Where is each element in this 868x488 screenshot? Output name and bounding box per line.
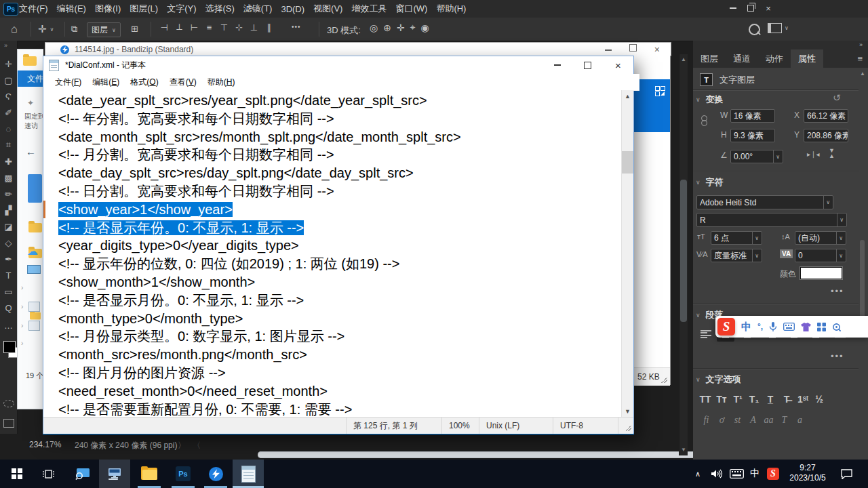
foreground-color-swatch[interactable]	[3, 341, 16, 353]
tools-more-icon[interactable]: …	[0, 317, 17, 333]
minimize-button[interactable]	[542, 56, 572, 74]
sogou-logo-icon[interactable]: S	[717, 318, 735, 336]
action-center-button[interactable]	[834, 460, 859, 488]
opentype-option-icon[interactable]: T	[776, 415, 792, 426]
tool-icon[interactable]: ◌	[0, 121, 17, 137]
tool-icon[interactable]: ▢	[0, 72, 17, 88]
menu-item[interactable]: 图像(I)	[95, 3, 121, 15]
3d-mode-icon[interactable]: ◉	[421, 22, 429, 33]
notepad-titlebar[interactable]: *DialConf.xml - 记事本 ×	[43, 56, 633, 74]
tree-expand-icon[interactable]: ›	[21, 284, 23, 291]
punctuation-icon[interactable]: °,	[757, 322, 763, 331]
opentype-option-icon[interactable]: st	[730, 415, 745, 426]
menu-item[interactable]: 增效工具	[351, 3, 387, 15]
menu-item[interactable]: 文字(Y)	[167, 3, 196, 15]
skin-icon[interactable]	[801, 323, 811, 331]
menu-item[interactable]: 文件(F)	[19, 3, 48, 15]
type-option-icon[interactable]: T̶	[778, 394, 795, 405]
tool-icon[interactable]: ◇	[0, 235, 17, 251]
tool-icon[interactable]: ✏	[0, 186, 17, 202]
tab-channels[interactable]: 通道	[726, 49, 758, 68]
type-option-icon[interactable]: ½	[811, 394, 827, 405]
home-icon[interactable]: ⌂	[11, 23, 18, 35]
opentype-option-icon[interactable]: aa	[761, 415, 776, 426]
tab-actions[interactable]: 动作	[758, 49, 791, 68]
tree-expand-icon[interactable]: ›	[21, 303, 23, 310]
folder-icon[interactable]	[28, 223, 42, 232]
panel-collapse-icon[interactable]: »	[859, 41, 863, 48]
menu-item[interactable]: 帮助(H)	[202, 77, 241, 88]
character-section-header[interactable]: ∨ 字符	[696, 176, 724, 188]
leading-field[interactable]: (自动) ∨	[795, 231, 846, 245]
menu-item[interactable]: 3D(D)	[281, 4, 304, 14]
tool-icon[interactable]: ⌗	[0, 137, 17, 153]
scrollbar-thumb[interactable]	[622, 151, 633, 174]
align-left-button[interactable]	[697, 327, 715, 342]
opentype-option-icon[interactable]: fi	[698, 415, 714, 426]
tool-icon[interactable]: ✚	[0, 153, 17, 169]
menu-item[interactable]: 图层(L)	[130, 3, 158, 15]
voice-input-icon[interactable]	[769, 322, 777, 332]
screen-mode-icon[interactable]	[3, 419, 14, 428]
restore-button[interactable]	[742, 0, 760, 16]
angle-field[interactable]: 0.00° ∨	[730, 150, 783, 163]
menu-item[interactable]: 滤镜(T)	[243, 3, 273, 15]
type-option-icon[interactable]: T¹	[730, 394, 746, 405]
type-option-icon[interactable]: Tᴛ	[713, 394, 730, 405]
scroll-down-icon[interactable]: ▼	[622, 405, 633, 417]
3d-mode-icon[interactable]: ⊕	[383, 22, 391, 33]
tool-icon[interactable]: T	[0, 267, 17, 283]
zoom-level[interactable]: 234.17%	[29, 440, 61, 449]
tree-expand-icon[interactable]: ›	[21, 322, 23, 329]
font-style-select[interactable]: R ∨	[696, 213, 847, 227]
folder-icon[interactable]	[30, 312, 41, 319]
resize-grip[interactable]	[661, 377, 667, 383]
tool-icon[interactable]: ◪	[0, 218, 17, 235]
transform-controls-icon[interactable]: ⊞	[131, 24, 138, 34]
scrollbar-thumb[interactable]	[860, 240, 865, 321]
tracking-field[interactable]: 0 ∨	[795, 249, 846, 262]
align-icon[interactable]: ⊤	[220, 22, 229, 33]
scroll-up-icon[interactable]: ▲	[860, 70, 865, 77]
opentype-option-icon[interactable]: A	[745, 415, 761, 426]
sogou-tray-icon[interactable]: S	[762, 460, 784, 488]
volume-icon[interactable]	[707, 460, 727, 488]
resize-corner[interactable]	[618, 418, 633, 434]
close-button[interactable]: ×	[760, 0, 777, 16]
close-icon[interactable]: ×	[654, 44, 660, 55]
scrollbar-thumb[interactable]	[680, 180, 687, 322]
status-collapse-icon[interactable]: 〈	[193, 440, 201, 451]
menu-item[interactable]: 文件(F)	[50, 77, 87, 88]
reset-transform-icon[interactable]: ↺	[833, 92, 841, 103]
tool-icon[interactable]: ✐	[0, 104, 17, 121]
3d-mode-icon[interactable]: ◎	[370, 22, 378, 33]
minimize-icon[interactable]	[605, 49, 612, 51]
type-option-icon[interactable]: T₁	[746, 394, 762, 405]
back-icon[interactable]: ←	[26, 146, 36, 157]
toolbar-collapse-icon[interactable]: »	[4, 42, 7, 49]
settings-wrench-icon[interactable]	[832, 323, 841, 331]
tab-layers[interactable]: 图层	[693, 49, 726, 68]
type-option-icon[interactable]: 1ˢᵗ	[795, 394, 811, 405]
menu-item[interactable]: 选择(S)	[205, 3, 234, 15]
menu-item[interactable]: 帮助(H)	[436, 3, 466, 15]
minimize-button[interactable]	[724, 0, 742, 16]
align-icon[interactable]: ⟂	[175, 22, 184, 33]
toolbox-grid-icon[interactable]	[817, 323, 826, 331]
canvas-vertical-scrollbar[interactable]: ▲ ▼	[679, 54, 688, 455]
maximize-button[interactable]	[572, 56, 603, 74]
tree-item-icon[interactable]	[28, 302, 40, 312]
maximize-icon[interactable]	[629, 44, 637, 52]
align-icon[interactable]: ⊢	[190, 22, 199, 33]
character-more-icon[interactable]: •••	[831, 286, 844, 296]
onedrive-cloud-icon[interactable]: ☁	[27, 245, 38, 258]
tool-icon[interactable]: ✒	[0, 251, 17, 267]
soft-keyboard-icon[interactable]	[783, 323, 795, 331]
tool-icon[interactable]: ▩	[0, 169, 17, 186]
align-icon[interactable]: ⊹	[235, 22, 243, 33]
ime-chinese-mode-icon[interactable]: 中	[741, 321, 751, 333]
clock[interactable]: 9:27 2023/10/5	[785, 460, 830, 488]
tool-icon[interactable]: ✛	[0, 56, 17, 72]
panel-menu-icon[interactable]: ≡	[857, 49, 868, 68]
scroll-down-icon[interactable]: ▼	[679, 446, 688, 454]
